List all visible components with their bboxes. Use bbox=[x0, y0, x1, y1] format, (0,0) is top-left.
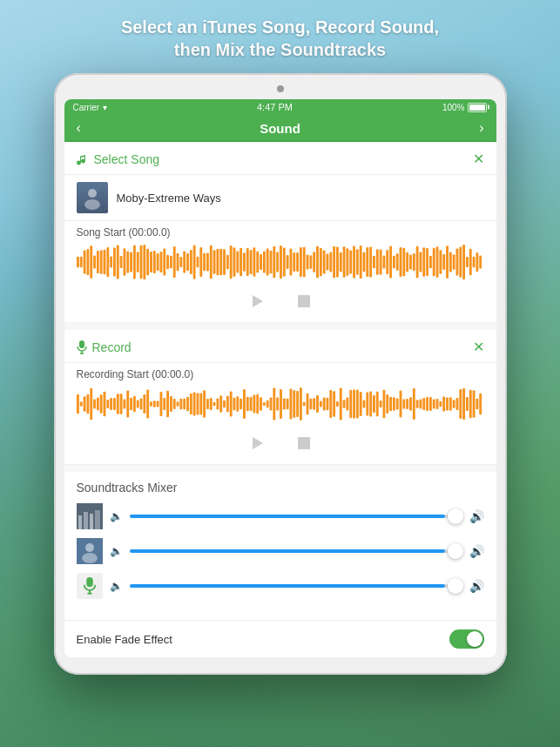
svg-rect-71 bbox=[302, 247, 305, 277]
svg-rect-203 bbox=[319, 400, 321, 407]
music-note-icon bbox=[77, 153, 89, 165]
select-song-close[interactable]: ✕ bbox=[473, 151, 484, 167]
mixer-title: Soundtracks Mixer bbox=[77, 481, 484, 495]
svg-rect-237 bbox=[432, 399, 435, 408]
mixer-row-mic: 🔈 🔊 bbox=[77, 573, 484, 599]
svg-rect-188 bbox=[269, 398, 272, 411]
svg-rect-214 bbox=[355, 390, 358, 419]
svg-rect-53 bbox=[243, 252, 246, 271]
svg-rect-116 bbox=[452, 254, 455, 270]
status-bar: Carrier ▾ 4:47 PM 100% bbox=[64, 99, 496, 115]
svg-rect-137 bbox=[99, 394, 102, 414]
svg-rect-52 bbox=[240, 248, 242, 276]
svg-rect-174 bbox=[223, 400, 226, 407]
svg-rect-140 bbox=[110, 398, 112, 410]
svg-rect-205 bbox=[326, 398, 328, 411]
nav-title: Sound bbox=[260, 121, 300, 136]
ipad-frame: Carrier ▾ 4:47 PM 100% ‹ Sound › bbox=[54, 73, 507, 675]
svg-rect-109 bbox=[428, 256, 431, 269]
record-waveform-label: Recording Start (00:00.0) bbox=[64, 363, 496, 382]
svg-marker-252 bbox=[253, 437, 263, 449]
svg-rect-256 bbox=[84, 512, 88, 529]
song-stop-button[interactable] bbox=[293, 291, 314, 312]
svg-rect-134 bbox=[90, 388, 92, 420]
select-song-label[interactable]: Select Song bbox=[94, 152, 160, 166]
svg-rect-143 bbox=[119, 394, 122, 414]
svg-rect-34 bbox=[179, 257, 182, 267]
record-stop-button[interactable] bbox=[293, 433, 314, 454]
svg-rect-248 bbox=[469, 390, 471, 419]
svg-rect-218 bbox=[369, 392, 372, 417]
toggle-knob bbox=[467, 631, 482, 647]
song-row: Moby-Extreme Ways bbox=[64, 175, 496, 221]
svg-rect-78 bbox=[326, 254, 328, 271]
svg-rect-74 bbox=[313, 252, 315, 272]
song-play-button[interactable] bbox=[246, 291, 267, 312]
svg-rect-167 bbox=[199, 393, 202, 414]
record-label[interactable]: Record bbox=[92, 340, 132, 354]
song-thumb-image bbox=[77, 182, 108, 213]
svg-rect-39 bbox=[196, 257, 199, 267]
svg-rect-135 bbox=[93, 400, 96, 409]
svg-rect-234 bbox=[422, 398, 425, 410]
svg-rect-136 bbox=[96, 398, 98, 410]
svg-rect-82 bbox=[339, 252, 341, 272]
song-playback-controls bbox=[64, 286, 496, 323]
mixer-vol-min-3: 🔈 bbox=[110, 580, 123, 592]
wifi-icon: ▾ bbox=[103, 103, 107, 112]
song-thumbnail bbox=[77, 182, 108, 213]
forward-button[interactable]: › bbox=[479, 120, 483, 136]
fade-toggle[interactable] bbox=[449, 629, 484, 649]
svg-rect-6 bbox=[86, 249, 89, 275]
svg-rect-67 bbox=[289, 248, 292, 275]
svg-rect-12 bbox=[106, 247, 109, 277]
mixer-slider-1[interactable] bbox=[130, 515, 462, 518]
svg-rect-97 bbox=[389, 246, 392, 279]
record-play-button[interactable] bbox=[246, 433, 267, 454]
svg-rect-55 bbox=[249, 250, 252, 274]
mixer-vol-max-2: 🔊 bbox=[469, 544, 484, 558]
svg-rect-227 bbox=[399, 391, 401, 418]
back-button[interactable]: ‹ bbox=[77, 120, 81, 136]
svg-rect-86 bbox=[353, 246, 355, 278]
svg-rect-47 bbox=[223, 249, 226, 274]
svg-rect-105 bbox=[415, 246, 418, 279]
svg-rect-113 bbox=[442, 254, 445, 270]
svg-rect-158 bbox=[169, 396, 172, 412]
svg-rect-11 bbox=[103, 250, 105, 275]
mixer-slider-3[interactable] bbox=[130, 584, 462, 588]
svg-rect-99 bbox=[395, 253, 398, 271]
svg-rect-217 bbox=[366, 393, 368, 416]
svg-rect-8 bbox=[93, 255, 96, 268]
record-card: Record ✕ Recording Start (00:00.0) bbox=[64, 330, 496, 465]
mixer-slider-2[interactable] bbox=[130, 549, 462, 553]
record-close[interactable]: ✕ bbox=[473, 339, 484, 355]
song-waveform bbox=[64, 240, 496, 286]
song-waveform-label: Song Start (00:00.0) bbox=[64, 221, 496, 240]
svg-rect-60 bbox=[266, 249, 268, 276]
svg-rect-191 bbox=[280, 389, 282, 419]
svg-rect-245 bbox=[459, 389, 462, 419]
select-song-left[interactable]: Select Song bbox=[77, 152, 160, 166]
svg-rect-29 bbox=[163, 249, 165, 276]
svg-rect-130 bbox=[77, 394, 79, 414]
svg-rect-164 bbox=[189, 394, 192, 414]
svg-rect-220 bbox=[375, 392, 378, 417]
svg-rect-152 bbox=[150, 401, 152, 407]
svg-rect-85 bbox=[349, 251, 352, 274]
svg-rect-195 bbox=[293, 390, 295, 418]
svg-rect-28 bbox=[159, 252, 162, 273]
svg-rect-13 bbox=[110, 256, 112, 267]
svg-rect-131 bbox=[79, 401, 82, 406]
record-left[interactable]: Record bbox=[77, 340, 132, 354]
svg-rect-40 bbox=[199, 247, 202, 277]
svg-rect-148 bbox=[136, 400, 138, 407]
svg-rect-198 bbox=[302, 402, 305, 406]
svg-rect-57 bbox=[256, 252, 259, 273]
svg-rect-70 bbox=[299, 247, 301, 277]
svg-rect-83 bbox=[342, 246, 345, 277]
svg-rect-233 bbox=[419, 400, 422, 409]
svg-rect-101 bbox=[402, 248, 405, 276]
svg-rect-157 bbox=[166, 391, 169, 417]
svg-rect-41 bbox=[203, 253, 206, 271]
